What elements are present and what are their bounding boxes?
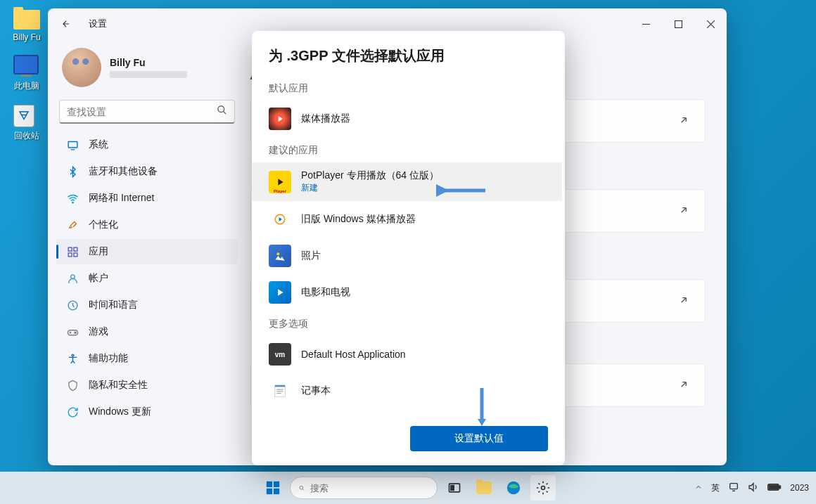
window-title: 设置: [89, 18, 107, 30]
account-icon: [66, 272, 79, 285]
sidebar-item-wifi[interactable]: 网络和 Internet: [56, 186, 238, 211]
app-icon: [269, 380, 291, 402]
taskbar-search[interactable]: [290, 477, 438, 499]
start-button[interactable]: [260, 475, 286, 500]
sidebar-item-accessibility[interactable]: 辅助功能: [56, 346, 238, 371]
desktop-icon-label: Billy Fu: [13, 32, 40, 42]
accessibility-icon: [66, 352, 79, 365]
minimize-button[interactable]: [630, 13, 662, 35]
profile-name: Billy Fu: [110, 57, 187, 68]
media-player-icon: [269, 108, 291, 130]
sidebar-item-privacy[interactable]: 隐私和安全性: [56, 373, 238, 398]
system-icon: [66, 138, 79, 151]
svg-marker-21: [278, 179, 283, 185]
app-row[interactable]: PlayerPotPlayer 专用播放（64 位版）新建: [252, 162, 562, 201]
app-icon: Player: [269, 171, 291, 193]
svg-point-45: [542, 486, 545, 490]
app-row[interactable]: 照片: [252, 238, 562, 274]
search-input[interactable]: [67, 106, 217, 117]
profile[interactable]: Billy Fu: [56, 45, 238, 94]
taskbar-explorer[interactable]: [471, 475, 497, 500]
app-row[interactable]: 记事本: [252, 373, 562, 409]
tray-overflow-button[interactable]: [694, 483, 703, 493]
search-icon: [217, 105, 227, 118]
desktop-icon-folder[interactable]: Billy Fu: [6, 7, 48, 42]
svg-marker-23: [279, 217, 283, 221]
desktop-icon-label: 回收站: [14, 130, 39, 142]
gear-icon: [536, 481, 550, 495]
taskbar-edge[interactable]: [501, 475, 526, 500]
svg-line-5: [223, 111, 226, 114]
svg-rect-37: [274, 482, 279, 487]
sidebar: Billy Fu 系统蓝牙和其他设备网络和 Internet个性化应用帐户时间和…: [48, 39, 246, 465]
app-icon: [269, 208, 291, 231]
sidebar-item-account[interactable]: 帐户: [56, 266, 238, 291]
search-box[interactable]: [59, 100, 235, 124]
sidebar-item-label: 辅助功能: [89, 352, 128, 365]
folder-icon: [13, 10, 40, 30]
sidebar-item-brush[interactable]: 个性化: [56, 212, 238, 238]
bluetooth-icon: [66, 165, 79, 178]
app-row[interactable]: 旧版 Windows 媒体播放器: [252, 201, 562, 238]
annotation-arrow-vertical: [475, 387, 489, 426]
app-icon: vm: [269, 343, 291, 366]
app-name: Default Host Application: [301, 349, 406, 360]
taskbar: 英 2023: [0, 472, 816, 504]
windows-icon: [265, 480, 281, 496]
sidebar-item-label: 时间和语言: [89, 299, 138, 311]
svg-rect-50: [779, 486, 781, 488]
avatar: [62, 48, 101, 87]
app-row[interactable]: vmDefault Host Application: [252, 336, 562, 373]
dialog-title: 为 .3GPP 文件选择默认应用: [252, 31, 565, 75]
sidebar-item-label: 蓝牙和其他设备: [89, 165, 158, 178]
taskbar-search-input[interactable]: [310, 483, 428, 493]
svg-rect-38: [267, 489, 272, 494]
copilot-icon[interactable]: [728, 482, 739, 495]
close-button[interactable]: [694, 13, 727, 35]
sidebar-item-gaming[interactable]: 游戏: [56, 319, 238, 344]
battery-icon[interactable]: [767, 483, 782, 493]
sidebar-item-apps[interactable]: 应用: [56, 239, 238, 264]
svg-point-24: [276, 252, 279, 255]
ime-indicator[interactable]: 英: [711, 482, 720, 494]
app-name: 旧版 Windows 媒体播放器: [301, 213, 416, 226]
svg-rect-11: [68, 252, 72, 256]
section-suggested-label: 建议的应用: [252, 137, 562, 162]
app-name: 记事本: [301, 385, 331, 397]
time-icon: [66, 299, 79, 311]
app-icon: [269, 245, 291, 267]
sidebar-item-label: 网络和 Internet: [89, 192, 154, 205]
sidebar-item-update[interactable]: Windows 更新: [56, 399, 238, 425]
recycle-bin-icon: [13, 105, 34, 127]
apps-icon: [66, 245, 79, 258]
app-row[interactable]: 电影和电视: [252, 274, 562, 311]
task-view-icon: [447, 481, 461, 495]
set-default-button[interactable]: 设置默认值: [410, 426, 548, 451]
open-external-icon: [678, 115, 691, 127]
app-name: 媒体播放器: [301, 112, 350, 125]
svg-point-8: [72, 202, 72, 202]
clock[interactable]: 2023: [790, 483, 809, 493]
svg-rect-1: [675, 20, 682, 27]
sidebar-item-system[interactable]: 系统: [56, 132, 238, 157]
app-sub-label: 新建: [301, 182, 439, 194]
edge-icon: [506, 480, 521, 496]
taskbar-settings[interactable]: [530, 475, 556, 500]
app-row-media-player[interactable]: 媒体播放器: [252, 101, 562, 137]
sidebar-item-bluetooth[interactable]: 蓝牙和其他设备: [56, 159, 238, 184]
desktop-icon-recycle[interactable]: 回收站: [6, 105, 48, 142]
sidebar-item-label: 个性化: [89, 219, 118, 231]
sidebar-item-label: 应用: [89, 245, 108, 258]
dialog-body[interactable]: 默认应用 媒体播放器 建议的应用 PlayerPotPlayer 专用播放（64…: [252, 75, 565, 416]
sidebar-item-time[interactable]: 时间和语言: [56, 292, 238, 318]
sidebar-item-label: 游戏: [89, 325, 108, 338]
open-external-icon: [678, 205, 691, 217]
volume-icon[interactable]: [748, 482, 759, 495]
svg-rect-6: [68, 141, 77, 148]
task-view-button[interactable]: [442, 475, 467, 500]
desktop-icon-pc[interactable]: 此电脑: [6, 55, 48, 92]
folder-icon: [476, 482, 492, 494]
svg-point-19: [72, 354, 74, 356]
back-button[interactable]: [58, 15, 75, 32]
maximize-button[interactable]: [662, 13, 694, 35]
